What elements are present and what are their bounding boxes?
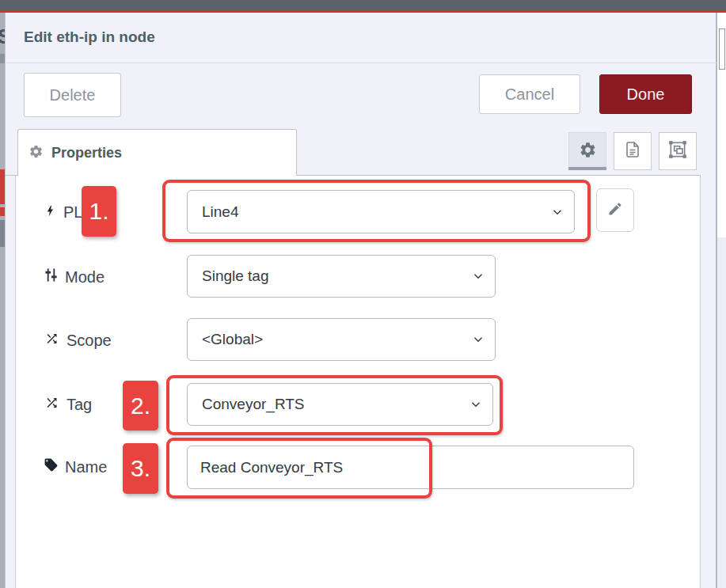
plc-select-value: Line4	[202, 203, 239, 221]
tab-properties[interactable]: Properties	[17, 129, 297, 176]
tab-button-appearance[interactable]	[659, 132, 697, 170]
shuffle-icon	[44, 396, 60, 414]
annotation-step-1-badge: 1.	[82, 186, 116, 237]
tag-select-value: Conveyor_RTS	[202, 396, 305, 413]
tab-properties-label: Properties	[51, 145, 122, 161]
chevron-down-icon	[469, 397, 483, 415]
scope-label-text: Scope	[67, 332, 112, 350]
background-page-right-sliver	[716, 13, 726, 588]
document-icon	[623, 140, 642, 162]
gear-icon	[579, 141, 597, 162]
tag-icon	[44, 457, 59, 476]
form-panel	[15, 176, 701, 588]
delete-button[interactable]: Delete	[24, 73, 121, 117]
edit-plc-config-button[interactable]	[596, 188, 634, 232]
cancel-button-label: Cancel	[505, 85, 554, 104]
sliders-icon	[44, 267, 59, 286]
annotation-step-2-badge: 2.	[123, 381, 158, 431]
bolt-icon	[44, 202, 57, 223]
tag-select[interactable]: Conveyor_RTS	[187, 383, 493, 426]
object-group-icon	[667, 139, 688, 163]
done-button-label: Done	[627, 85, 665, 104]
name-label-text: Name	[65, 458, 107, 476]
pencil-icon	[607, 201, 623, 220]
screenshot-root: S Edit eth-ip in node Delete Cancel Done…	[0, 0, 726, 588]
plc-select[interactable]: Line4	[187, 190, 575, 233]
shuffle-icon	[44, 332, 60, 350]
tab-button-description[interactable]	[614, 132, 652, 170]
dialog-title: Edit eth-ip in node	[24, 28, 155, 46]
mode-select[interactable]: Single tag	[187, 255, 496, 298]
active-tab-underline	[568, 167, 606, 170]
scope-select-value: <Global>	[202, 331, 263, 348]
scope-select[interactable]: <Global>	[187, 318, 496, 361]
done-button[interactable]: Done	[599, 74, 692, 114]
mode-field-label: Mode	[44, 265, 105, 289]
scrollbar-thumb[interactable]	[719, 28, 725, 70]
scope-field-label: Scope	[44, 328, 112, 352]
chevron-down-icon	[471, 269, 485, 287]
mode-select-value: Single tag	[202, 267, 269, 285]
mode-label-text: Mode	[65, 268, 105, 286]
cancel-button[interactable]: Cancel	[479, 74, 580, 114]
tag-label-text: Tag	[67, 396, 92, 414]
tag-field-label: Tag	[44, 393, 92, 416]
header-divider	[5, 63, 716, 63]
name-field-label: Name	[44, 455, 107, 479]
gear-icon	[29, 144, 44, 162]
delete-button-label: Delete	[50, 86, 96, 104]
chevron-down-icon	[471, 332, 485, 351]
browser-topbar	[0, 0, 726, 10]
tab-button-properties[interactable]	[568, 132, 606, 170]
background-fragment	[717, 237, 726, 588]
name-input[interactable]	[187, 446, 634, 489]
annotation-step-3-badge: 3.	[123, 443, 158, 494]
chevron-down-icon	[550, 205, 564, 223]
